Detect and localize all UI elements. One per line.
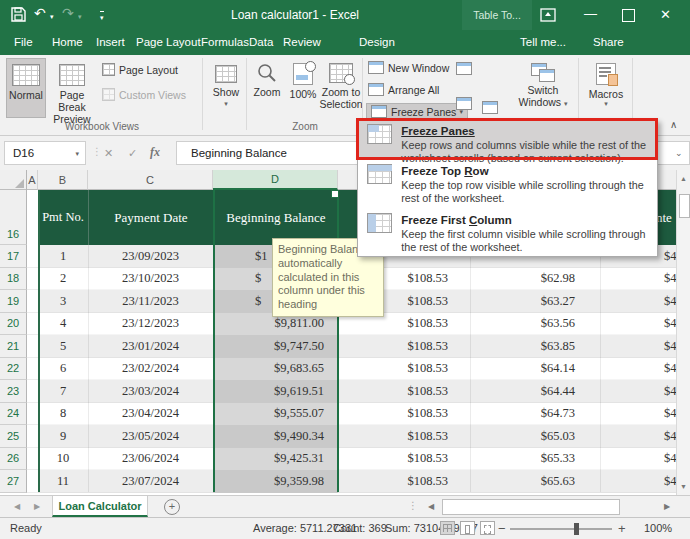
- close-icon[interactable]: ✕: [660, 8, 671, 21]
- cell-G21[interactable]: $4: [600, 335, 676, 358]
- header-cell-pmt-no[interactable]: Pmt No.: [38, 190, 88, 245]
- cell-A20[interactable]: [27, 313, 38, 336]
- page-break-preview-button[interactable]: Page Break Preview: [46, 58, 98, 125]
- cell-G26[interactable]: $4: [600, 448, 676, 471]
- cell-B26[interactable]: 10: [38, 448, 88, 471]
- cell-A24[interactable]: [27, 403, 38, 426]
- cell-D23[interactable]: $9,619.51: [213, 380, 338, 403]
- tab-home[interactable]: Home: [52, 36, 83, 48]
- zoom-slider-thumb[interactable]: [574, 523, 579, 535]
- cell-C21[interactable]: 23/01/2024: [88, 335, 213, 358]
- menu-item-freeze-panes[interactable]: Freeze PanesKeep rows and columns visibl…: [358, 120, 657, 160]
- cell-C22[interactable]: 23/02/2024: [88, 358, 213, 381]
- row-header-24[interactable]: 24: [0, 403, 27, 426]
- cell-A17[interactable]: [27, 245, 38, 268]
- cell-C18[interactable]: 23/10/2023: [88, 268, 213, 291]
- row-header-25[interactable]: 25: [0, 425, 27, 448]
- row-header-22[interactable]: 22: [0, 358, 27, 381]
- cell-B18[interactable]: 2: [38, 268, 88, 291]
- menu-item-freeze-first-column[interactable]: Freeze First ColumnKeep the first column…: [358, 209, 657, 256]
- cell-E24[interactable]: $108.53: [338, 403, 470, 426]
- cell-D25[interactable]: $9,490.34: [213, 425, 338, 448]
- scroll-down-icon[interactable]: ▼: [677, 483, 690, 490]
- split-icon[interactable]: [456, 62, 472, 75]
- zoom-button[interactable]: Zoom: [250, 58, 284, 98]
- row-header-21[interactable]: 21: [0, 335, 27, 358]
- sheet-nav-right-icon[interactable]: ▶: [34, 502, 40, 511]
- new-sheet-icon[interactable]: +: [164, 499, 180, 515]
- cell-C25[interactable]: 23/05/2024: [88, 425, 213, 448]
- cell-F22[interactable]: $64.14: [470, 358, 600, 381]
- cell-F25[interactable]: $65.03: [470, 425, 600, 448]
- sheet-tab-loan-calculator[interactable]: Loan Calculator: [52, 496, 148, 517]
- row-header-18[interactable]: 18: [0, 268, 27, 291]
- cell-G23[interactable]: $4: [600, 380, 676, 403]
- row-header-19[interactable]: 19: [0, 290, 27, 313]
- sheet-nav-left-icon[interactable]: ◀: [14, 502, 20, 511]
- confirm-entry-icon[interactable]: ✓: [128, 147, 137, 160]
- cell-A22[interactable]: [27, 358, 38, 381]
- cell-E21[interactable]: $108.53: [338, 335, 470, 358]
- hscroll-left-icon[interactable]: ◀: [428, 502, 434, 511]
- cell-F27[interactable]: $65.63: [470, 470, 600, 493]
- menu-item-freeze-top-row[interactable]: Freeze Top RowKeep the top row visible w…: [358, 160, 657, 209]
- cell-C17[interactable]: 23/09/2023: [88, 245, 213, 268]
- cell-F18[interactable]: $62.98: [470, 268, 600, 291]
- cell-B22[interactable]: 6: [38, 358, 88, 381]
- cell-B24[interactable]: 8: [38, 403, 88, 426]
- cell-G18[interactable]: $4: [600, 268, 676, 291]
- undo-icon[interactable]: ↶: [34, 6, 46, 20]
- macros-button[interactable]: Macros ▾: [584, 58, 628, 107]
- row-header-27[interactable]: 27: [0, 470, 27, 493]
- cell-D22[interactable]: $9,683.65: [213, 358, 338, 381]
- redo-icon[interactable]: ↷: [62, 6, 74, 20]
- show-button[interactable]: Show ▾: [208, 58, 244, 107]
- zoom-to-selection-button[interactable]: Zoom to Selection: [322, 58, 360, 110]
- zoom-out-icon[interactable]: −: [498, 521, 506, 536]
- cell-B17[interactable]: 1: [38, 245, 88, 268]
- tell-me-label[interactable]: Tell me...: [520, 36, 566, 48]
- tab-view[interactable]: View: [322, 36, 347, 48]
- tab-file[interactable]: File: [14, 36, 33, 48]
- cell-C24[interactable]: 23/04/2024: [88, 403, 213, 426]
- cell-F26[interactable]: $65.33: [470, 448, 600, 471]
- cell-E25[interactable]: $108.53: [338, 425, 470, 448]
- cell-D27[interactable]: $9,359.98: [213, 470, 338, 493]
- page-layout-status-icon[interactable]: [460, 521, 475, 535]
- page-break-status-icon[interactable]: [480, 521, 495, 535]
- undo-caret-icon[interactable]: ▾: [50, 13, 54, 20]
- header-cell-beginning-balance[interactable]: Beginning Balance: [213, 190, 338, 245]
- cell-A16[interactable]: [27, 190, 38, 245]
- cell-A18[interactable]: [27, 268, 38, 291]
- ribbon-display-options-icon[interactable]: [540, 7, 556, 23]
- select-all-corner[interactable]: [0, 170, 27, 190]
- cell-F19[interactable]: $63.27: [470, 290, 600, 313]
- cell-G19[interactable]: $4: [600, 290, 676, 313]
- name-box-caret-icon[interactable]: ▾: [75, 150, 79, 157]
- cell-C19[interactable]: 23/11/2023: [88, 290, 213, 313]
- cell-A27[interactable]: [27, 470, 38, 493]
- row-header-23[interactable]: 23: [0, 380, 27, 403]
- cell-A23[interactable]: [27, 380, 38, 403]
- cell-D26[interactable]: $9,425.31: [213, 448, 338, 471]
- switch-windows-button[interactable]: Switch Windows ▾: [514, 58, 572, 108]
- cell-G22[interactable]: $4: [600, 358, 676, 381]
- cell-G27[interactable]: $4: [600, 470, 676, 493]
- cell-E27[interactable]: $108.53: [338, 470, 470, 493]
- new-window-button[interactable]: New Window: [368, 61, 449, 74]
- tab-insert[interactable]: Insert: [96, 36, 125, 48]
- cell-D21[interactable]: $9,747.50: [213, 335, 338, 358]
- customize-qat-icon[interactable]: ▾: [100, 11, 104, 21]
- row-header-17[interactable]: 17: [0, 245, 27, 268]
- hscroll-thumb[interactable]: [442, 499, 620, 515]
- cell-G25[interactable]: $4: [600, 425, 676, 448]
- maximize-icon[interactable]: [622, 9, 635, 22]
- cell-D24[interactable]: $9,555.07: [213, 403, 338, 426]
- row-header-20[interactable]: 20: [0, 313, 27, 336]
- cell-C23[interactable]: 23/03/2024: [88, 380, 213, 403]
- insert-function-icon[interactable]: fx: [150, 145, 160, 160]
- cell-G20[interactable]: $4: [600, 313, 676, 336]
- cell-B21[interactable]: 5: [38, 335, 88, 358]
- column-header-D[interactable]: D: [213, 170, 338, 190]
- cell-C27[interactable]: 23/07/2024: [88, 470, 213, 493]
